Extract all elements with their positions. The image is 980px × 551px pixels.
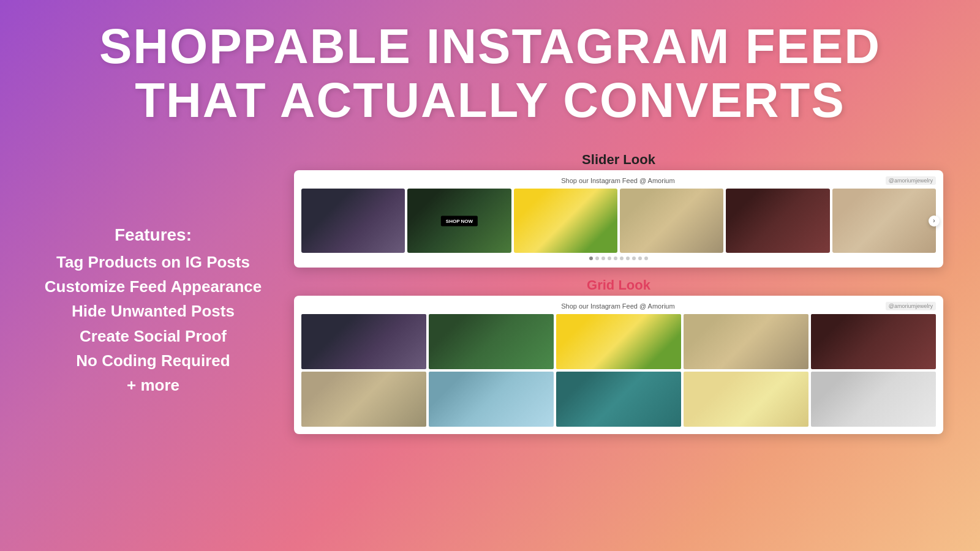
feature-item-1: Tag Products on IG Posts [45, 250, 262, 274]
slider-img-3 [514, 189, 617, 253]
grid-header-text: Shop our Instagram Feed @ Amorium [350, 302, 886, 310]
grid-img-1-inner [301, 314, 426, 369]
slider-img-1-inner [301, 189, 405, 253]
mockups-panel: Slider Look Shop our Instagram Feed @ Am… [294, 152, 943, 434]
grid-handle: @amoriumjewelry [886, 302, 936, 310]
feature-item-3: Hide Unwanted Posts [45, 299, 262, 323]
grid-img-9 [684, 372, 809, 427]
grid-img-3 [556, 314, 681, 369]
grid-img-5 [811, 314, 936, 369]
slider-img-1 [301, 189, 405, 253]
slider-section: Slider Look Shop our Instagram Feed @ Am… [294, 152, 943, 268]
grid-img-10 [811, 372, 936, 427]
grid-label: Grid Look [294, 277, 943, 293]
dot-10 [644, 257, 648, 260]
slider-img-2: SHOP NOW [407, 189, 511, 253]
grid-images [301, 314, 936, 427]
features-panel: Features: Tag Products on IG Posts Custo… [37, 152, 270, 434]
dot-2 [595, 257, 599, 260]
slider-card: Shop our Instagram Feed @ Amorium @amori… [294, 170, 943, 268]
grid-section: Grid Look Shop our Instagram Feed @ Amor… [294, 277, 943, 434]
grid-img-2-inner [429, 314, 554, 369]
grid-card: Shop our Instagram Feed @ Amorium @amori… [294, 296, 943, 434]
grid-img-4 [684, 314, 809, 369]
slider-next-arrow[interactable]: › [929, 216, 940, 227]
slider-img-4 [620, 189, 723, 253]
grid-img-6 [301, 372, 426, 427]
dot-6 [620, 257, 624, 260]
main-title: SHOPPABLE INSTAGRAM FEED THAT ACTUALLY C… [99, 20, 881, 127]
slider-img-6 [832, 189, 936, 253]
feature-item-4: Create Social Proof [45, 324, 262, 348]
grid-img-2 [429, 314, 554, 369]
dot-9 [638, 257, 642, 260]
grid-header: Shop our Instagram Feed @ Amorium @amori… [301, 302, 936, 310]
slider-img-5-inner [726, 189, 829, 253]
slider-label: Slider Look [294, 152, 943, 168]
slider-img-3-inner [514, 189, 617, 253]
grid-img-1 [301, 314, 426, 369]
title-line2: THAT ACTUALLY CONVERTS [99, 73, 881, 127]
grid-img-8 [556, 372, 681, 427]
slider-img-4-inner [620, 189, 723, 253]
feature-item-5: No Coding Required [45, 348, 262, 373]
dot-7 [626, 257, 630, 260]
title-section: SHOPPABLE INSTAGRAM FEED THAT ACTUALLY C… [99, 0, 881, 127]
grid-img-4-inner [684, 314, 809, 369]
features-label: Features: [115, 225, 192, 245]
grid-img-3-inner [556, 314, 681, 369]
title-line1: SHOPPABLE INSTAGRAM FEED [99, 20, 881, 73]
features-list: Tag Products on IG Posts Customize Feed … [45, 250, 262, 398]
grid-img-8-inner [556, 372, 681, 427]
dot-8 [632, 257, 636, 260]
slider-header-text: Shop our Instagram Feed @ Amorium [350, 177, 886, 184]
dot-5 [614, 257, 617, 260]
grid-img-10-inner [811, 372, 936, 427]
slider-images: SHOP NOW › [301, 189, 936, 253]
dot-4 [608, 257, 611, 260]
slider-dots [301, 257, 936, 260]
grid-img-5-inner [811, 314, 936, 369]
grid-img-7 [429, 372, 554, 427]
slider-handle: @amoriumjewelry [886, 176, 936, 185]
grid-img-9-inner [684, 372, 809, 427]
feature-item-2: Customize Feed Appearance [45, 274, 262, 299]
page-wrapper: SHOPPABLE INSTAGRAM FEED THAT ACTUALLY C… [0, 0, 980, 551]
dot-1 [589, 257, 593, 260]
feature-item-6: + more [45, 373, 262, 397]
grid-img-7-inner [429, 372, 554, 427]
dot-3 [601, 257, 605, 260]
slider-img-5 [726, 189, 829, 253]
content-row: Features: Tag Products on IG Posts Custo… [0, 152, 980, 434]
shop-now-button[interactable]: SHOP NOW [441, 216, 478, 226]
grid-img-6-inner [301, 372, 426, 427]
slider-img-6-inner [832, 189, 936, 253]
slider-header: Shop our Instagram Feed @ Amorium @amori… [301, 176, 936, 185]
